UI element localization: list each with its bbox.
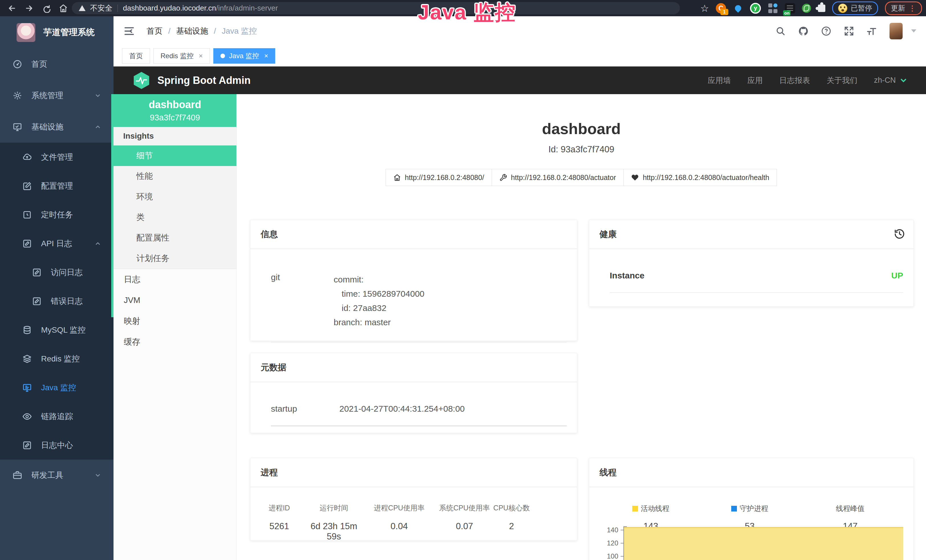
sba-accent-strip xyxy=(111,94,113,317)
health-card-title: 健康 xyxy=(599,229,617,240)
sidebar-item-error-log[interactable]: 错误日志 xyxy=(0,287,113,316)
sba-item-metrics[interactable]: 性能 xyxy=(113,166,236,186)
table-row: startup 2021-04-27T00:44:31.254+08:00 xyxy=(271,382,567,426)
breadcrumb-current: Java 监控 xyxy=(222,26,257,36)
tab-home[interactable]: 首页 xyxy=(122,48,150,64)
sba-group-insights[interactable]: Insights xyxy=(113,127,236,145)
extensions-puzzle-icon[interactable] xyxy=(818,5,825,12)
close-icon[interactable]: × xyxy=(264,52,268,60)
legend-item-peak: 线程峰值 xyxy=(787,504,914,513)
sba-item-caches[interactable]: 缓存 xyxy=(113,331,236,352)
fullscreen-icon[interactable] xyxy=(844,26,854,36)
sidebar-item-redis-monitor[interactable]: Redis 监控 xyxy=(0,344,113,373)
ext-letter: y xyxy=(754,5,757,11)
sidebar-item-mysql-monitor[interactable]: MySQL 监控 xyxy=(0,316,113,344)
sidebar-item-api-logs[interactable]: API 日志 xyxy=(0,229,113,258)
sidebar-item-access-log[interactable]: 访问日志 xyxy=(0,258,113,287)
app-logo-row[interactable]: 芋道管理系统 xyxy=(0,16,113,48)
browser-nav xyxy=(8,0,68,16)
github-icon[interactable] xyxy=(798,26,808,36)
endpoint-actuator-url[interactable]: http://192.168.0.2:48080/actuator xyxy=(492,169,624,186)
legend-item-daemon: 守护进程 xyxy=(713,504,787,513)
chevron-down-icon xyxy=(94,472,101,479)
extension-switch-icon[interactable]: on xyxy=(785,3,795,14)
legend-label: 活动线程 xyxy=(641,504,669,513)
sba-language-select[interactable]: zh-CN xyxy=(874,76,908,85)
endpoint-service-url[interactable]: http://192.168.0.2:48080/ xyxy=(386,169,492,186)
sidebar-item-log-center[interactable]: 日志中心 xyxy=(0,431,113,460)
breadcrumb: 首页 / 基础设施 / Java 监控 xyxy=(147,26,257,36)
update-chrome-button[interactable]: 更新⋮ xyxy=(885,2,922,15)
sidebar-item-infrastructure[interactable]: 基础设施 xyxy=(0,111,113,143)
tab-redis-monitor[interactable]: Redis 监控 × xyxy=(153,48,210,64)
font-size-icon[interactable] xyxy=(867,26,877,36)
y-tick-label: 120 xyxy=(601,539,618,547)
browser-menu-icon[interactable]: ⋮ xyxy=(909,5,916,12)
breadcrumb-home[interactable]: 首页 xyxy=(147,26,163,36)
sidebar-item-dev-tools[interactable]: 研发工具 xyxy=(0,460,113,491)
sidebar-item-config-management[interactable]: 配置管理 xyxy=(0,171,113,200)
endpoint-health-url[interactable]: http://192.168.0.2:48080/actuator/health xyxy=(623,169,777,186)
forward-icon[interactable] xyxy=(24,4,34,13)
sidebar-item-label: 首页 xyxy=(31,59,47,70)
sba-item-scheduled-tasks[interactable]: 计划任务 xyxy=(113,248,236,269)
history-icon[interactable] xyxy=(893,228,905,240)
sba-item-config-props[interactable]: 配置属性 xyxy=(113,228,236,248)
paused-label: 已暂停 xyxy=(851,3,872,13)
sba-nav-about[interactable]: 关于我们 xyxy=(826,75,857,86)
sba-instance-header[interactable]: dashboard 93a3fc7f7409 xyxy=(113,94,236,127)
sba-item-logs[interactable]: 日志 xyxy=(113,269,236,290)
paused-profile-chip[interactable]: 已暂停 xyxy=(832,2,878,15)
extension-pin-icon[interactable] xyxy=(733,3,743,14)
tab-java-monitor[interactable]: Java 监控 × xyxy=(213,48,275,64)
search-icon[interactable] xyxy=(775,26,786,36)
instance-name: dashboard xyxy=(113,99,236,111)
sba-nav-applications[interactable]: 应用 xyxy=(747,75,763,86)
legend-swatch-yellow xyxy=(632,506,638,512)
status-badge: UP xyxy=(891,271,903,280)
sba-nav-journal[interactable]: 日志报表 xyxy=(779,75,810,86)
sba-item-jvm[interactable]: JVM xyxy=(113,290,236,311)
endpoint-url: http://192.168.0.2:48080/actuator/health xyxy=(643,173,769,182)
extension-leaf-icon[interactable] xyxy=(802,4,811,13)
eye-icon xyxy=(22,412,32,421)
y-tick-label: 140 xyxy=(601,526,618,534)
extension-y-icon[interactable]: y xyxy=(750,3,761,14)
sba-item-details[interactable]: 细节 xyxy=(113,145,236,166)
sidebar-item-home[interactable]: 首页 xyxy=(0,48,113,80)
sba-group-items: 细节 性能 环境 类 配置属性 计划任务 xyxy=(113,145,236,269)
sba-item-environment[interactable]: 环境 xyxy=(113,186,236,207)
breadcrumb-infrastructure[interactable]: 基础设施 xyxy=(176,26,208,36)
extension-colorzilla-icon[interactable]: C1 xyxy=(716,3,726,14)
home-icon xyxy=(393,174,401,182)
sidebar-item-file-management[interactable]: 文件管理 xyxy=(0,143,113,171)
sidebar-item-label: 链路追踪 xyxy=(41,411,73,422)
reload-icon[interactable] xyxy=(42,4,51,13)
sidebar-item-trace[interactable]: 链路追踪 xyxy=(0,402,113,431)
legend-swatch-blue xyxy=(731,506,737,512)
health-card: 健康 Instance UP xyxy=(589,219,914,307)
close-icon[interactable]: × xyxy=(199,52,203,60)
sidebar-item-label: Java 监控 xyxy=(41,382,76,393)
metadata-card: 元数据 startup 2021-04-27T00:44:31.254+08:0… xyxy=(250,353,577,433)
column-header: CPU核心数 xyxy=(490,503,533,513)
help-icon[interactable] xyxy=(821,26,831,36)
hamburger-icon[interactable] xyxy=(124,27,135,36)
sidebar-item-scheduled-tasks[interactable]: 定时任务 xyxy=(0,200,113,229)
sba-nav-wallboard[interactable]: 应用墙 xyxy=(708,75,731,86)
user-avatar[interactable] xyxy=(890,23,903,39)
bookmark-star-icon[interactable]: ☆ xyxy=(701,3,709,13)
info-card: 信息 git commit: time: 1596289704000 id: 2… xyxy=(250,219,577,341)
back-icon[interactable] xyxy=(8,4,17,13)
log-edit-icon xyxy=(22,440,32,450)
avatar-caret-icon[interactable] xyxy=(911,29,916,33)
sba-item-mappings[interactable]: 映射 xyxy=(113,311,236,331)
threads-legend: 活动线程 守护进程 线程峰值 xyxy=(589,487,914,513)
extension-grid-icon[interactable] xyxy=(768,3,778,14)
sba-item-classes[interactable]: 类 xyxy=(113,207,236,228)
home-nav-icon[interactable] xyxy=(59,4,68,13)
url-bar[interactable]: 不安全 dashboard.yudao.iocoder.cn/infra/adm… xyxy=(72,2,680,14)
sidebar-item-java-monitor[interactable]: Java 监控 xyxy=(0,373,113,402)
sidebar-item-system-management[interactable]: 系统管理 xyxy=(0,80,113,111)
sba-brand-title[interactable]: Spring Boot Admin xyxy=(157,74,251,86)
